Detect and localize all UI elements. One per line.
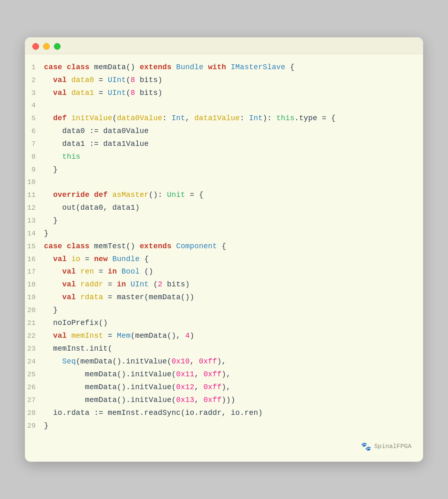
token: data0Value <box>117 114 163 122</box>
token: , <box>194 370 203 378</box>
token: ), <box>217 357 226 366</box>
token: Int <box>249 114 263 122</box>
line-content: } <box>44 304 58 317</box>
token: memData().initValue( <box>44 370 176 378</box>
titlebar <box>25 37 423 54</box>
token: , <box>190 357 199 366</box>
line-content: case class memData() extends Bundle with… <box>44 61 295 74</box>
token: memData().initValue( <box>44 383 176 391</box>
token: , <box>185 114 194 122</box>
token: 8 <box>131 89 135 97</box>
code-editor: 1case class memData() extends Bundle wit… <box>25 54 423 439</box>
code-line: 12 out(data0, data1) <box>25 201 423 214</box>
line-number: 16 <box>25 253 44 265</box>
token: UInt <box>108 76 126 84</box>
token: noIoPrefix() <box>44 319 108 327</box>
token: memTest() <box>94 242 140 250</box>
code-line: 24 Seq(memData().initValue(0x10, 0xff), <box>25 355 423 368</box>
token: ( <box>112 114 117 122</box>
code-line: 3 val data1 = UInt(8 bits) <box>25 87 423 99</box>
line-content: Seq(memData().initValue(0x10, 0xff), <box>44 355 226 368</box>
line-number: 20 <box>25 304 44 316</box>
line-number: 14 <box>25 228 44 240</box>
token: asMaster <box>112 191 149 199</box>
token: initValue <box>71 114 112 122</box>
brand-label: SpinalFPGA <box>374 443 411 450</box>
code-line: 21 noIoPrefix() <box>25 317 423 329</box>
token: UInt <box>131 280 153 288</box>
code-line: 18 val raddr = in UInt (2 bits) <box>25 278 423 291</box>
token: ( <box>126 89 131 97</box>
token: } <box>44 229 49 237</box>
minimize-button[interactable] <box>43 43 50 50</box>
maximize-button[interactable] <box>54 43 61 50</box>
token: override <box>44 191 94 199</box>
token: = <box>99 76 108 84</box>
line-content: data1 := data1Value <box>44 138 149 150</box>
token: ), <box>222 383 231 391</box>
token: data1Value <box>194 114 240 122</box>
code-line: 28 io.rdata := memInst.readSync(io.raddr… <box>25 407 423 419</box>
token: data1 <box>71 89 99 97</box>
token: val <box>44 255 71 263</box>
token: : <box>240 114 249 122</box>
line-number: 18 <box>25 279 44 291</box>
line-content: memInst.init( <box>44 342 112 355</box>
line-number: 27 <box>25 394 44 406</box>
token: rdata <box>80 293 108 301</box>
line-content: memData().initValue(0x11, 0xff), <box>44 368 231 381</box>
line-content: } <box>44 227 49 240</box>
line-content: noIoPrefix() <box>44 317 108 329</box>
close-button[interactable] <box>32 43 39 50</box>
token: bits) <box>135 76 163 84</box>
line-number: 2 <box>25 74 44 86</box>
line-number: 17 <box>25 266 44 278</box>
brand-icon: 🐾 <box>361 441 371 452</box>
token: = <box>85 255 94 263</box>
brand-footer: 🐾 SpinalFPGA <box>25 439 423 452</box>
token: 0xff <box>203 383 222 391</box>
line-content: case class memTest() extends Component { <box>44 240 226 253</box>
token: (): <box>149 191 167 199</box>
code-line: 25 memData().initValue(0x11, 0xff), <box>25 368 423 381</box>
line-number: 11 <box>25 189 44 201</box>
line-content: val io = new Bundle { <box>44 253 149 266</box>
code-line: 16 val io = new Bundle { <box>25 253 423 266</box>
token: : <box>163 114 172 122</box>
code-line: 14} <box>25 227 423 240</box>
code-line: 10 <box>25 176 423 189</box>
token: with <box>208 63 231 71</box>
token: 0x11 <box>176 370 194 378</box>
token: 0x10 <box>172 357 190 366</box>
token: , <box>194 383 203 391</box>
line-number: 10 <box>25 176 44 188</box>
line-content: } <box>44 419 49 432</box>
token: = <box>99 89 108 97</box>
line-content: } <box>44 163 58 176</box>
line-content: } <box>44 214 58 227</box>
token: bits) <box>163 280 190 288</box>
line-number: 26 <box>25 381 44 393</box>
token: io <box>71 255 85 263</box>
code-line: 1case class memData() extends Bundle wit… <box>25 61 423 74</box>
token: Int <box>172 114 185 122</box>
token: 0x12 <box>176 383 194 391</box>
token: case <box>44 63 67 71</box>
token: Bool <box>122 267 144 276</box>
token: out(data0, data1) <box>44 203 140 212</box>
token: extends <box>140 63 176 71</box>
line-content: this <box>44 150 80 163</box>
token: 2 <box>158 280 163 288</box>
line-number: 13 <box>25 215 44 227</box>
token: = master(memData()) <box>108 293 195 301</box>
line-number: 4 <box>25 99 44 111</box>
line-number: 12 <box>25 202 44 214</box>
line-number: 25 <box>25 368 44 380</box>
token: memData() <box>94 63 140 71</box>
line-content: memData().initValue(0x13, 0xff))) <box>44 394 235 407</box>
token: = { <box>185 191 203 199</box>
code-line: 4 <box>25 99 423 112</box>
line-number: 6 <box>25 125 44 137</box>
token: = <box>108 332 117 340</box>
token: def <box>94 191 112 199</box>
